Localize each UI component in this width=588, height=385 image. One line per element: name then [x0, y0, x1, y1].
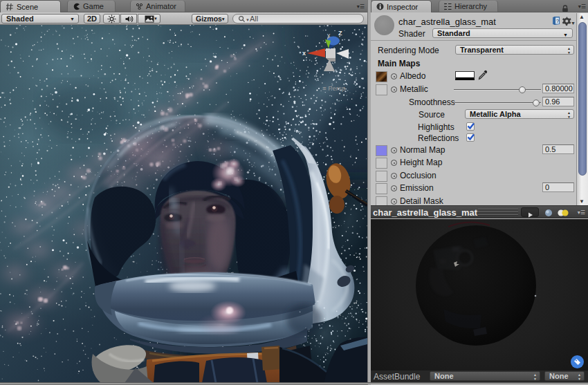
- svg-text:Z: Z: [338, 30, 342, 37]
- svg-text:x: x: [302, 50, 306, 57]
- svg-text:≡ Persp: ≡ Persp: [322, 84, 345, 92]
- svg-text:?: ?: [556, 18, 560, 24]
- svg-text:y: y: [327, 32, 330, 38]
